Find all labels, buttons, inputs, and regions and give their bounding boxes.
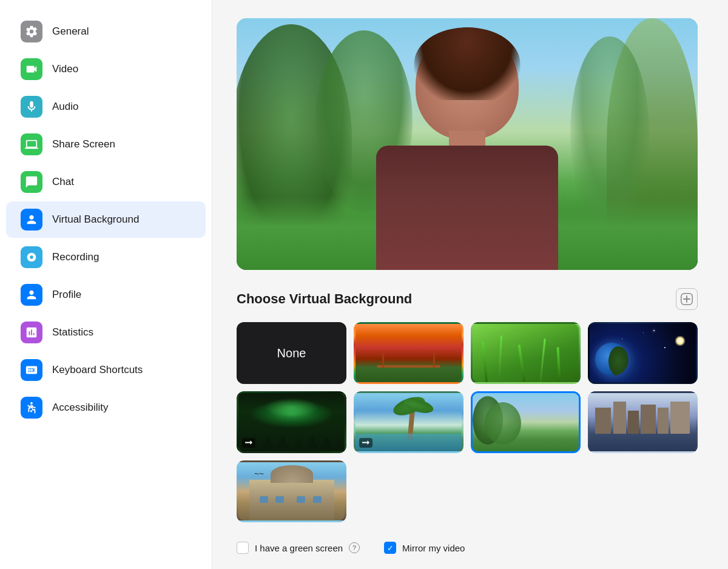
profile-icon [21,284,42,306]
recording-icon [21,246,42,268]
background-none[interactable]: None [237,322,346,384]
green-screen-group: I have a green screen ? [237,542,360,554]
background-building[interactable]: 〜〜 [237,460,346,522]
share-screen-icon [21,133,42,155]
sidebar-accessibility-label: Accessibility [52,402,109,414]
background-aurora[interactable] [237,391,346,453]
audio-icon [21,96,42,118]
add-background-button[interactable] [676,288,698,310]
statistics-icon [21,322,42,343]
mirror-video-group: ✓ Mirror my video [384,542,465,554]
virtual-background-icon [21,209,42,231]
svg-point-2 [30,402,33,405]
background-golden-gate[interactable] [354,322,463,384]
choose-header: Choose Virtual Background [237,288,698,310]
sidebar-item-video[interactable]: Video [6,51,206,87]
main-content: Choose Virtual Background None [212,0,728,569]
sidebar-kbd-label: Keyboard Shortcuts [52,364,143,376]
background-grass[interactable] [471,322,581,384]
background-grid: None [237,322,698,522]
background-park[interactable] [471,391,581,453]
sidebar-item-share-screen[interactable]: Share Screen [6,126,206,163]
gear-icon [21,21,42,42]
sidebar-recording-label: Recording [52,251,99,263]
bottom-controls: I have a green screen ? ✓ Mirror my vide… [237,537,698,554]
sidebar-profile-label: Profile [52,289,81,301]
sidebar-video-label: Video [52,63,78,75]
sidebar-item-audio[interactable]: Audio [6,89,206,125]
mirror-video-checkbox[interactable]: ✓ [384,542,396,554]
sidebar-item-profile[interactable]: Profile [6,277,206,313]
choose-title: Choose Virtual Background [237,291,412,307]
green-screen-checkbox[interactable] [237,542,249,554]
sidebar-statistics-label: Statistics [52,326,93,338]
keyboard-shortcuts-icon [21,359,42,381]
sidebar-item-general[interactable]: General [6,13,206,50]
background-space[interactable] [588,322,698,384]
green-screen-label: I have a green screen [255,543,343,553]
none-label: None [277,346,306,360]
green-screen-help-icon[interactable]: ? [349,542,360,553]
accessibility-icon [21,397,42,419]
sidebar-audio-label: Audio [52,101,78,113]
mirror-video-label: Mirror my video [402,543,465,553]
background-beach[interactable] [354,391,463,453]
sidebar-item-keyboard-shortcuts[interactable]: Keyboard Shortcuts [6,352,206,388]
sidebar-item-statistics[interactable]: Statistics [6,314,206,351]
chat-icon [21,171,42,193]
sidebar-item-recording[interactable]: Recording [6,239,206,275]
sidebar-vbg-label: Virtual Background [52,214,139,226]
sidebar: General Video Audio Share Screen Chat Vi… [0,0,212,569]
sidebar-share-label: Share Screen [52,138,115,150]
video-badge-beach [359,438,372,448]
sidebar-item-accessibility[interactable]: Accessibility [6,389,206,426]
sidebar-chat-label: Chat [52,176,74,188]
video-preview [237,18,698,270]
svg-point-1 [30,255,33,259]
sidebar-item-chat[interactable]: Chat [6,164,206,200]
video-badge-aurora [242,438,255,448]
sidebar-general-label: General [52,25,89,38]
choose-section: Choose Virtual Background None [237,288,698,554]
background-canal[interactable] [588,391,698,453]
sidebar-item-virtual-background[interactable]: Virtual Background [6,201,206,238]
video-icon [21,58,42,80]
